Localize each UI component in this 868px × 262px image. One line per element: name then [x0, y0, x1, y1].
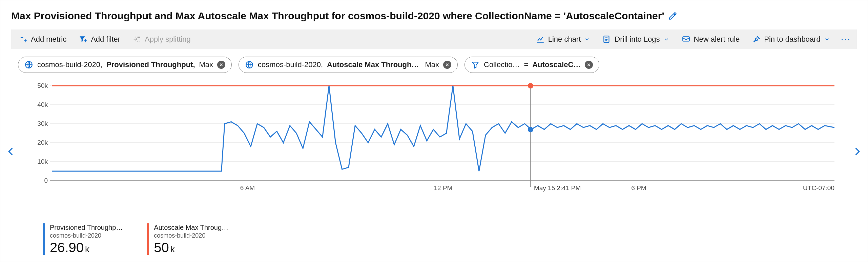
- apply-splitting-label: Apply splitting: [145, 35, 191, 44]
- chevron-down-icon: [584, 36, 590, 42]
- svg-text:UTC-07:00: UTC-07:00: [803, 184, 834, 192]
- legend2-val: 50k: [154, 240, 228, 255]
- svg-text:40k: 40k: [37, 101, 48, 108]
- pin-icon: [752, 35, 761, 44]
- metric-pill-2[interactable]: cosmos-build-2020, Autoscale Max Through…: [239, 57, 458, 73]
- sparkle-plus-icon: [19, 35, 27, 44]
- metric-pill-1[interactable]: cosmos-build-2020, Provisioned Throughpu…: [18, 57, 232, 73]
- metrics-chart-card: Max Provisioned Throughput and Max Autos…: [0, 0, 868, 262]
- legend-row: Provisioned Throughp… cosmos-build-2020 …: [43, 223, 857, 255]
- drill-logs-button[interactable]: Drill into Logs: [601, 33, 670, 46]
- filter-op: =: [524, 60, 528, 69]
- svg-text:30k: 30k: [37, 120, 48, 127]
- legend-color-1: [43, 223, 45, 255]
- svg-point-21: [528, 127, 533, 132]
- filter-close[interactable]: [585, 61, 593, 69]
- prev-time-button[interactable]: [5, 146, 17, 157]
- metric-pills-row: cosmos-build-2020, Provisioned Throughpu…: [18, 57, 857, 73]
- drill-logs-label: Drill into Logs: [615, 35, 660, 44]
- line-chart-label: Line chart: [548, 35, 581, 44]
- pill1-close[interactable]: [217, 61, 225, 69]
- pill2-metric: Autoscale Max Through…: [327, 60, 419, 69]
- pill2-close[interactable]: [443, 61, 451, 69]
- svg-text:6 AM: 6 AM: [240, 184, 255, 192]
- split-icon: [132, 35, 141, 44]
- alert-icon: [682, 35, 690, 44]
- pill2-resource: cosmos-build-2020,: [258, 60, 323, 69]
- svg-point-20: [528, 83, 533, 88]
- legend1-name: Provisioned Throughp…: [50, 223, 123, 232]
- globe-icon: [24, 60, 33, 69]
- funnel-plus-icon: [79, 35, 87, 44]
- add-filter-button[interactable]: Add filter: [77, 33, 122, 46]
- line-chart-svg[interactable]: 50k40k30k20k10k0 6 AM12 PM6 PM May 15 2:…: [32, 82, 838, 198]
- new-alert-label: New alert rule: [694, 35, 740, 44]
- toolbar-right: Line chart Drill into Logs New alert rul…: [535, 33, 851, 46]
- chart-area: 50k40k30k20k10k0 6 AM12 PM6 PM May 15 2:…: [11, 82, 857, 221]
- legend-item-1[interactable]: Provisioned Throughp… cosmos-build-2020 …: [43, 223, 123, 255]
- legend2-sub: cosmos-build-2020: [154, 232, 228, 240]
- filter-prop: Collectio…: [484, 60, 520, 69]
- legend1-val: 26.90k: [50, 240, 123, 255]
- legend-item-2[interactable]: Autoscale Max Throug… cosmos-build-2020 …: [147, 223, 228, 255]
- funnel-icon: [471, 60, 480, 69]
- filter-val: AutoscaleC…: [532, 60, 581, 69]
- svg-text:50k: 50k: [37, 82, 48, 89]
- chart-toolbar: Add metric Add filter Apply splitting Li…: [11, 29, 857, 49]
- add-metric-button[interactable]: Add metric: [17, 33, 68, 46]
- svg-text:20k: 20k: [37, 139, 48, 146]
- toolbar-left: Add metric Add filter Apply splitting: [17, 33, 535, 46]
- chevron-down-icon: [824, 36, 830, 42]
- edit-icon[interactable]: [668, 12, 677, 20]
- chevron-down-icon: [663, 36, 669, 42]
- apply-splitting-button: Apply splitting: [131, 33, 192, 46]
- line-chart-icon: [536, 35, 545, 44]
- svg-text:0: 0: [44, 177, 48, 184]
- svg-text:6 PM: 6 PM: [631, 184, 646, 192]
- pill1-resource: cosmos-build-2020,: [37, 60, 102, 69]
- pill2-agg: Max: [425, 60, 439, 69]
- title-row: Max Provisioned Throughput and Max Autos…: [11, 10, 857, 22]
- svg-rect-1: [683, 37, 689, 41]
- legend1-sub: cosmos-build-2020: [50, 232, 123, 240]
- line-chart-button[interactable]: Line chart: [535, 33, 592, 46]
- pin-label: Pin to dashboard: [764, 35, 820, 44]
- new-alert-button[interactable]: New alert rule: [680, 33, 741, 46]
- legend2-name: Autoscale Max Throug…: [154, 223, 228, 232]
- pill1-metric: Provisioned Throughput,: [106, 60, 195, 69]
- globe-icon: [245, 60, 254, 69]
- pin-button[interactable]: Pin to dashboard: [750, 33, 831, 46]
- chart-title: Max Provisioned Throughput and Max Autos…: [11, 10, 664, 22]
- next-time-button[interactable]: [851, 146, 863, 157]
- more-menu-button[interactable]: ···: [841, 34, 851, 45]
- filter-pill[interactable]: Collectio… = AutoscaleC…: [464, 57, 599, 73]
- svg-text:10k: 10k: [37, 158, 48, 165]
- add-metric-label: Add metric: [31, 35, 66, 44]
- pill1-agg: Max: [199, 60, 213, 69]
- svg-text:May 15 2:41 PM: May 15 2:41 PM: [534, 184, 581, 192]
- logs-icon: [602, 35, 611, 44]
- legend-color-2: [147, 223, 149, 255]
- add-filter-label: Add filter: [91, 35, 120, 44]
- svg-text:12 PM: 12 PM: [434, 184, 453, 192]
